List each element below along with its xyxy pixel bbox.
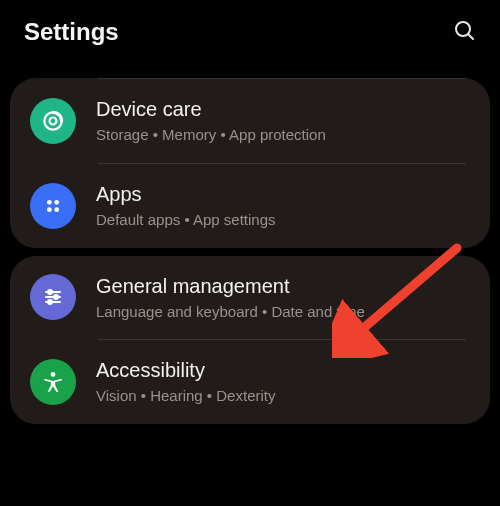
row-apps[interactable]: Apps Default apps • App settings — [10, 164, 490, 248]
settings-header: Settings — [0, 0, 500, 60]
apps-icon — [30, 183, 76, 229]
svg-point-12 — [54, 295, 58, 299]
accessibility-icon — [30, 359, 76, 405]
row-subtitle: Storage • Memory • App protection — [96, 126, 466, 145]
svg-point-6 — [47, 207, 52, 212]
settings-group-2: General management Language and keyboard… — [10, 256, 490, 425]
row-title: Accessibility — [96, 358, 466, 383]
row-body: Device care Storage • Memory • App prote… — [96, 97, 466, 145]
svg-point-14 — [51, 372, 56, 377]
page-title: Settings — [24, 18, 119, 46]
sliders-icon — [30, 274, 76, 320]
svg-point-3 — [50, 117, 57, 124]
svg-line-1 — [468, 34, 473, 39]
settings-group-1: Device care Storage • Memory • App prote… — [10, 78, 490, 248]
search-icon — [452, 18, 476, 42]
svg-point-7 — [54, 207, 59, 212]
device-care-icon — [30, 98, 76, 144]
svg-point-11 — [48, 290, 52, 294]
row-device-care[interactable]: Device care Storage • Memory • App prote… — [10, 79, 490, 163]
row-title: General management — [96, 274, 466, 299]
row-title: Device care — [96, 97, 466, 122]
row-body: Apps Default apps • App settings — [96, 182, 466, 230]
row-general-management[interactable]: General management Language and keyboard… — [10, 256, 490, 340]
row-body: Accessibility Vision • Hearing • Dexteri… — [96, 358, 466, 406]
svg-point-13 — [48, 300, 52, 304]
svg-point-4 — [47, 200, 52, 205]
row-title: Apps — [96, 182, 466, 207]
row-subtitle: Default apps • App settings — [96, 211, 466, 230]
search-button[interactable] — [452, 18, 476, 46]
row-subtitle: Vision • Hearing • Dexterity — [96, 387, 466, 406]
svg-point-5 — [54, 200, 59, 205]
row-subtitle: Language and keyboard • Date and time — [96, 303, 466, 322]
row-accessibility[interactable]: Accessibility Vision • Hearing • Dexteri… — [10, 340, 490, 424]
row-body: General management Language and keyboard… — [96, 274, 466, 322]
